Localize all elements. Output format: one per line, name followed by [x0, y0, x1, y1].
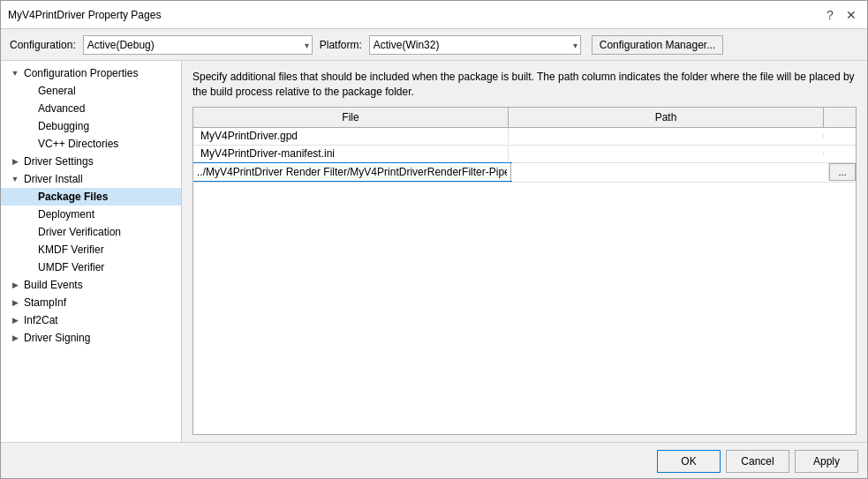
sidebar-label-inf2cat: Inf2Cat — [22, 314, 58, 326]
description-text: Specify additional files that should be … — [192, 70, 857, 100]
toggle-icon-inf2cat: ▶ — [8, 313, 22, 327]
sidebar-item-package-files[interactable]: Package Files — [1, 188, 181, 206]
footer: OK Cancel Apply — [1, 442, 867, 478]
sidebar-label-umdf-verifier: UMDF Verifier — [36, 261, 104, 273]
grid-cell-btn-1 — [824, 134, 856, 138]
sidebar-label-package-files: Package Files — [36, 191, 108, 203]
sidebar-item-build-events[interactable]: ▶ Build Events — [1, 276, 181, 294]
toggle-icon-driver-settings: ▶ — [8, 154, 22, 168]
sidebar-label-general: General — [36, 85, 76, 97]
path-input[interactable] — [511, 163, 829, 181]
grid-header-actions — [824, 108, 856, 127]
sidebar-label-driver-verification: Driver Verification — [36, 226, 121, 238]
sidebar-item-stampinf[interactable]: ▶ StampInf — [1, 294, 181, 311]
toggle-icon-advanced — [22, 101, 36, 116]
sidebar-label-stampinf: StampInf — [22, 296, 66, 309]
config-label: Configuration: — [10, 39, 76, 51]
sidebar-label-configuration-properties: Configuration Properties — [22, 67, 138, 79]
sidebar-item-debugging[interactable]: Debugging — [1, 117, 181, 135]
main-content: ▼ Configuration Properties General Advan… — [1, 61, 867, 442]
sidebar-item-inf2cat[interactable]: ▶ Inf2Cat — [1, 311, 181, 329]
platform-select[interactable]: Active(Win32) — [369, 35, 581, 55]
toggle-icon-driver-install: ▼ — [8, 172, 22, 186]
files-grid: File Path MyV4PrintDriver.gpd MyV4PrintD… — [192, 107, 857, 435]
main-window: MyV4PrintDriver Property Pages ? ✕ Confi… — [0, 0, 868, 479]
sidebar-item-driver-signing[interactable]: ▶ Driver Signing — [1, 329, 181, 347]
grid-header-path: Path — [509, 108, 824, 127]
platform-label: Platform: — [320, 39, 362, 51]
help-button[interactable]: ? — [821, 6, 839, 24]
config-select-wrapper: Active(Debug) — [83, 35, 313, 55]
toggle-icon-general — [22, 84, 36, 98]
title-bar: MyV4PrintDriver Property Pages ? ✕ — [1, 1, 867, 29]
table-row[interactable]: MyV4PrintDriver-manifest.ini — [193, 146, 856, 163]
sidebar-label-kmdf-verifier: KMDF Verifier — [36, 243, 104, 256]
sidebar-item-driver-verification[interactable]: Driver Verification — [1, 223, 181, 241]
toggle-icon-configuration-properties: ▼ — [8, 66, 22, 80]
sidebar-item-advanced[interactable]: Advanced — [1, 100, 181, 117]
toggle-icon-build-events: ▶ — [8, 278, 22, 292]
grid-cell-btn-2 — [824, 152, 856, 155]
toggle-icon-debugging — [22, 119, 36, 133]
browse-button[interactable]: ... — [829, 163, 856, 181]
table-row[interactable]: MyV4PrintDriver.gpd — [193, 128, 856, 146]
grid-cell-path-1 — [509, 134, 824, 138]
sidebar-item-deployment[interactable]: Deployment — [1, 206, 181, 223]
grid-cell-file-2: MyV4PrintDriver-manifest.ini — [193, 146, 509, 161]
config-select[interactable]: Active(Debug) — [83, 35, 313, 55]
toggle-icon-driver-verification — [22, 225, 36, 239]
cancel-button[interactable]: Cancel — [726, 450, 789, 473]
grid-cell-file-1: MyV4PrintDriver.gpd — [193, 128, 509, 144]
sidebar-label-deployment: Deployment — [36, 208, 94, 221]
sidebar-label-driver-signing: Driver Signing — [22, 332, 90, 344]
window-title: MyV4PrintDriver Property Pages — [8, 9, 161, 21]
sidebar-label-vc-directories: VC++ Directories — [36, 138, 118, 150]
platform-select-wrapper: Active(Win32) — [369, 35, 581, 55]
grid-cell-path-2 — [509, 152, 824, 155]
toggle-icon-stampinf: ▶ — [8, 296, 22, 310]
editing-row[interactable]: ... — [193, 163, 856, 183]
sidebar-item-vc-directories[interactable]: VC++ Directories — [1, 135, 181, 153]
sidebar: ▼ Configuration Properties General Advan… — [1, 61, 182, 442]
sidebar-item-driver-settings[interactable]: ▶ Driver Settings — [1, 153, 181, 170]
sidebar-label-debugging: Debugging — [36, 120, 89, 132]
sidebar-item-general[interactable]: General — [1, 82, 181, 100]
toggle-icon-package-files — [22, 190, 36, 204]
sidebar-item-configuration-properties[interactable]: ▼ Configuration Properties — [1, 64, 181, 82]
grid-header-file: File — [193, 108, 509, 127]
sidebar-label-driver-install: Driver Install — [22, 173, 83, 185]
toggle-icon-umdf-verifier — [22, 260, 36, 274]
title-bar-controls: ? ✕ — [821, 6, 860, 24]
sidebar-item-umdf-verifier[interactable]: UMDF Verifier — [1, 258, 181, 276]
toolbar: Configuration: Active(Debug) Platform: A… — [1, 29, 867, 61]
sidebar-label-driver-settings: Driver Settings — [22, 155, 94, 168]
sidebar-label-advanced: Advanced — [36, 102, 85, 115]
grid-header: File Path — [193, 108, 856, 128]
ok-button[interactable]: OK — [657, 450, 721, 473]
sidebar-item-driver-install[interactable]: ▼ Driver Install — [1, 170, 181, 188]
toggle-icon-deployment — [22, 207, 36, 221]
sidebar-label-build-events: Build Events — [22, 279, 83, 291]
close-button[interactable]: ✕ — [842, 6, 860, 24]
right-panel: Specify additional files that should be … — [182, 61, 867, 442]
config-manager-button[interactable]: Configuration Manager... — [592, 35, 723, 55]
toggle-icon-vc-directories — [22, 137, 36, 151]
apply-button[interactable]: Apply — [795, 450, 858, 473]
sidebar-item-kmdf-verifier[interactable]: KMDF Verifier — [1, 241, 181, 258]
toggle-icon-kmdf-verifier — [22, 243, 36, 257]
toggle-icon-driver-signing: ▶ — [8, 331, 22, 345]
file-path-input[interactable] — [193, 163, 511, 181]
